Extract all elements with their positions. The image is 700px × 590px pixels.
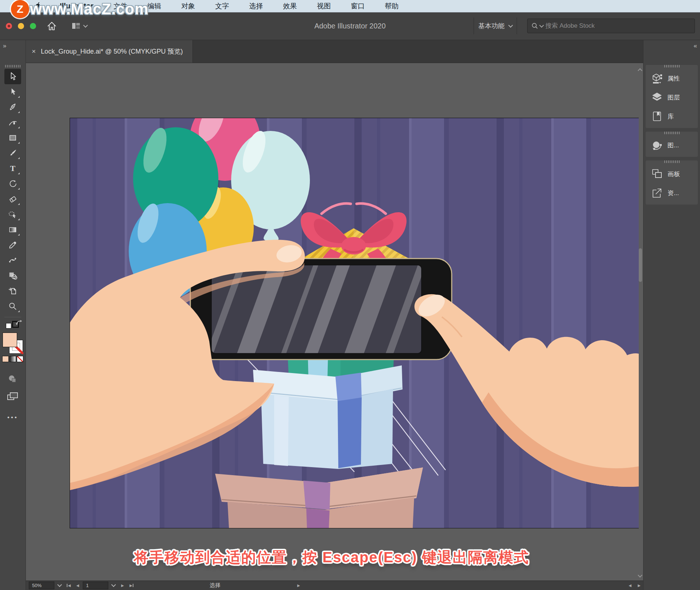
menu-help[interactable]: 帮助 bbox=[385, 1, 398, 11]
gradient-button[interactable] bbox=[9, 356, 16, 362]
none-button[interactable] bbox=[17, 356, 23, 362]
apple-icon bbox=[34, 2, 42, 11]
panel-tab-artboards[interactable]: 画板 bbox=[646, 164, 698, 183]
panel-group-3: 画板 资... bbox=[646, 160, 698, 205]
pen-tool[interactable] bbox=[4, 100, 21, 115]
default-fill-stroke[interactable] bbox=[4, 320, 21, 331]
svg-text:T: T bbox=[10, 164, 16, 173]
swap-fill-stroke-icon[interactable] bbox=[15, 319, 23, 326]
direct-selection-tool[interactable] bbox=[4, 84, 21, 100]
document-tab[interactable]: × Lock_Group_Hide.ai* @ 50% (CMYK/GPU 预览… bbox=[26, 40, 193, 63]
default-fill-swatch bbox=[6, 323, 11, 329]
screen-mode-button[interactable] bbox=[4, 389, 21, 404]
drawing-modes-button[interactable] bbox=[4, 372, 21, 387]
panel-tab-graphic-styles[interactable]: 图... bbox=[646, 136, 698, 155]
search-icon bbox=[531, 22, 538, 30]
minimize-window-button[interactable] bbox=[18, 23, 24, 29]
previous-artboard-button[interactable]: ◀ bbox=[74, 582, 82, 589]
panel-group-grip[interactable] bbox=[664, 132, 680, 134]
properties-icon bbox=[651, 73, 663, 84]
scroll-down-icon[interactable] bbox=[638, 573, 642, 578]
zoom-window-button[interactable] bbox=[30, 23, 36, 29]
panel-group-grip[interactable] bbox=[664, 65, 680, 67]
vertical-scrollbar[interactable] bbox=[637, 63, 643, 581]
panel-group-2: 图... bbox=[646, 132, 698, 157]
close-window-button[interactable] bbox=[6, 23, 12, 29]
shape-builder-tool[interactable] bbox=[4, 268, 21, 283]
zoom-level-box[interactable]: 50% bbox=[29, 582, 54, 589]
scroll-right-button[interactable]: ▶ bbox=[295, 582, 303, 589]
divider bbox=[517, 18, 517, 34]
type-tool[interactable]: T bbox=[4, 161, 21, 176]
chevron-down-icon bbox=[539, 23, 544, 28]
shaper-tool[interactable] bbox=[4, 207, 21, 222]
next-artboard-button[interactable]: ▶ bbox=[118, 582, 127, 589]
menu-object[interactable]: 对象 bbox=[181, 1, 195, 11]
first-artboard-button[interactable]: ◀ bbox=[65, 582, 73, 589]
zoom-tool[interactable] bbox=[4, 299, 21, 314]
tools-panel-grip[interactable] bbox=[5, 65, 20, 67]
rectangle-tool[interactable] bbox=[4, 130, 21, 145]
menu-window[interactable]: 窗口 bbox=[351, 1, 365, 11]
layers-icon bbox=[651, 92, 663, 103]
tools-panel: » bbox=[0, 40, 26, 590]
menu-effect[interactable]: 效果 bbox=[283, 1, 297, 11]
artboard-dropdown-button[interactable] bbox=[109, 582, 117, 589]
panel-dock: « 属性 bbox=[643, 40, 700, 590]
menu-type[interactable]: 文字 bbox=[215, 1, 229, 11]
workspace-switcher[interactable]: 基本功能 bbox=[463, 18, 527, 34]
menu-app-name[interactable]: Illustrator bbox=[60, 2, 93, 10]
panel-group-grip[interactable] bbox=[664, 160, 680, 163]
collapse-panels-icon[interactable]: « bbox=[694, 40, 700, 63]
screen: Illustrator 文件 编辑 对象 文字 选择 效果 视图 窗口 帮助 Z… bbox=[0, 0, 700, 590]
fill-swatch[interactable] bbox=[3, 333, 17, 347]
edit-toolbar-ellipsis[interactable]: ••• bbox=[7, 414, 18, 421]
chevron-down-icon bbox=[508, 23, 513, 28]
document-canvas[interactable]: 将手移动到合适的位置，按 Escape(Esc) 键退出隔离模式 bbox=[26, 63, 643, 581]
artboard-tool[interactable] bbox=[4, 283, 21, 299]
puppet-warp-tool[interactable] bbox=[4, 253, 21, 268]
divider bbox=[474, 18, 474, 34]
scroll-left-button[interactable]: ◀ bbox=[626, 582, 634, 589]
status-bar: 50% ◀ ◀ 1 ▶ ▶ 选择 ▶ ◀ ▶ bbox=[26, 581, 643, 590]
gradient-tool[interactable] bbox=[4, 222, 21, 237]
menu-select[interactable]: 选择 bbox=[249, 1, 263, 11]
last-artboard-button[interactable]: ▶ bbox=[128, 582, 136, 589]
panel-tab-properties[interactable]: 属性 bbox=[646, 69, 698, 88]
blue-gift-box bbox=[253, 365, 402, 469]
expand-tools-icon[interactable]: » bbox=[0, 40, 5, 50]
curvature-tool[interactable] bbox=[4, 115, 21, 130]
menu-edit[interactable]: 编辑 bbox=[147, 1, 161, 11]
scroll-right-end-button[interactable]: ▶ bbox=[635, 582, 643, 589]
rotate-tool[interactable] bbox=[4, 176, 21, 191]
panel-group-1: 属性 图层 库 bbox=[646, 65, 698, 128]
zoom-dropdown-button[interactable] bbox=[55, 582, 63, 589]
libraries-icon bbox=[651, 110, 663, 122]
artboards-icon bbox=[651, 168, 663, 180]
search-input[interactable] bbox=[545, 22, 691, 30]
eyedropper-tool[interactable] bbox=[4, 237, 21, 253]
panel-tab-layers[interactable]: 图层 bbox=[646, 88, 698, 107]
fill-stroke-indicator[interactable] bbox=[3, 333, 23, 354]
close-tab-icon[interactable]: × bbox=[32, 47, 36, 55]
arrange-documents-icon[interactable] bbox=[71, 22, 87, 30]
workspace-label[interactable]: 基本功能 bbox=[478, 22, 505, 30]
eraser-tool[interactable] bbox=[4, 191, 21, 207]
menu-view[interactable]: 视图 bbox=[317, 1, 331, 11]
macos-menu-bar: Illustrator 文件 编辑 对象 文字 选择 效果 视图 窗口 帮助 bbox=[0, 0, 700, 12]
panel-tab-libraries[interactable]: 库 bbox=[646, 107, 698, 126]
artboard-artwork[interactable] bbox=[70, 118, 639, 528]
home-icon[interactable] bbox=[46, 20, 57, 31]
scroll-up-icon[interactable] bbox=[638, 68, 642, 73]
scrollbar-thumb[interactable] bbox=[639, 248, 642, 282]
artboard-number-box[interactable]: 1 bbox=[83, 582, 108, 589]
menu-file[interactable]: 文件 bbox=[113, 1, 127, 11]
panel-tab-asset-export[interactable]: 资... bbox=[646, 183, 698, 202]
smooth-anchor-icon bbox=[651, 139, 663, 151]
paintbrush-tool[interactable] bbox=[4, 145, 21, 161]
status-text: 选择 bbox=[137, 582, 293, 589]
color-button[interactable] bbox=[2, 356, 9, 362]
divider bbox=[4, 317, 21, 317]
stock-search-box[interactable] bbox=[527, 19, 695, 33]
selection-tool[interactable] bbox=[4, 69, 21, 84]
